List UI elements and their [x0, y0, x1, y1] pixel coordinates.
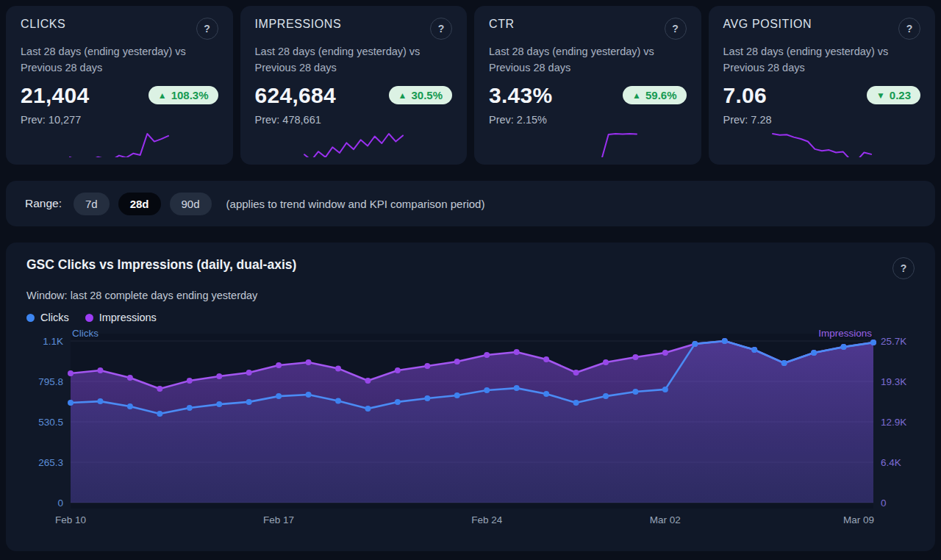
range-option-28d[interactable]: 28d [118, 193, 161, 215]
range-option-7d[interactable]: 7d [74, 193, 110, 215]
kpi-title: CTR [489, 18, 515, 31]
help-icon[interactable]: ? [898, 18, 920, 40]
delta-value: 0.23 [890, 89, 911, 101]
trend-up-icon: ▲ [158, 90, 167, 101]
delta-value: 108.3% [171, 89, 209, 101]
help-icon[interactable]: ? [430, 18, 452, 40]
svg-text:25.7K: 25.7K [881, 336, 906, 347]
kpi-card-ctr: CTR ? Last 28 days (ending yesterday) vs… [474, 6, 701, 165]
help-icon[interactable]: ? [665, 18, 687, 40]
kpi-subtitle: Last 28 days (ending yesterday) vs Previ… [489, 43, 673, 76]
svg-text:6.4K: 6.4K [881, 457, 901, 468]
kpi-title: AVG POSITION [723, 18, 812, 31]
kpi-value: 7.06 [723, 83, 768, 108]
sparkline-chart [68, 132, 171, 157]
kpi-previous-value: Prev: 478,661 [255, 114, 453, 126]
kpi-subtitle: Last 28 days (ending yesterday) vs Previ… [255, 43, 439, 76]
kpi-value: 3.43% [489, 83, 553, 108]
svg-text:Mar 09: Mar 09 [843, 514, 874, 525]
sparkline-chart [536, 132, 639, 157]
delta-badge: ▲ 59.6% [623, 86, 686, 104]
delta-value: 59.6% [645, 89, 677, 101]
range-selector-panel: Range: 7d 28d 90d (applies to trend wind… [6, 181, 935, 226]
kpi-previous-value: Prev: 7.28 [723, 114, 921, 126]
impressions-legend-dot-icon [85, 314, 93, 322]
kpi-previous-value: Prev: 2.15% [489, 114, 687, 126]
svg-text:19.3K: 19.3K [881, 376, 906, 387]
legend-item-clicks[interactable]: Clicks [26, 312, 69, 323]
help-icon[interactable]: ? [892, 257, 915, 279]
legend-item-impressions[interactable]: Impressions [85, 312, 157, 323]
svg-text:Feb 10: Feb 10 [55, 514, 86, 525]
delta-badge: ▲ 30.5% [389, 86, 452, 104]
delta-badge: ▼ 0.23 [867, 86, 920, 104]
svg-text:795.8: 795.8 [38, 376, 63, 387]
svg-text:1.1K: 1.1K [43, 336, 63, 347]
svg-text:Clicks: Clicks [72, 329, 99, 339]
kpi-value: 21,404 [21, 83, 90, 108]
sparkline-chart [302, 132, 405, 157]
trend-up-icon: ▲ [398, 90, 407, 101]
svg-text:Feb 24: Feb 24 [471, 514, 503, 525]
trend-up-icon: ▲ [632, 90, 641, 101]
delta-value: 30.5% [411, 89, 443, 101]
chart-title: GSC Clicks vs Impressions (daily, dual-a… [26, 257, 296, 273]
kpi-cards-row: CLICKS ? Last 28 days (ending yesterday)… [6, 6, 935, 165]
trend-down-icon: ▼ [876, 90, 885, 101]
kpi-card-impressions: IMPRESSIONS ? Last 28 days (ending yeste… [240, 6, 468, 165]
kpi-card-avg-position: AVG POSITION ? Last 28 days (ending yest… [709, 6, 936, 165]
sparkline-chart [770, 132, 873, 157]
clicks-legend-dot-icon [26, 314, 35, 322]
dual-axis-line-chart[interactable]: ClicksImpressions00265.36.4K530.512.9K79… [26, 329, 915, 534]
svg-text:265.3: 265.3 [38, 457, 63, 468]
svg-text:Impressions: Impressions [818, 329, 872, 339]
help-icon[interactable]: ? [196, 18, 218, 40]
range-note: (applies to trend window and KPI compari… [226, 198, 485, 210]
svg-text:Feb 17: Feb 17 [263, 514, 294, 525]
kpi-title: IMPRESSIONS [255, 18, 342, 31]
svg-text:Mar 02: Mar 02 [650, 514, 681, 525]
svg-text:12.9K: 12.9K [881, 417, 906, 428]
svg-text:530.5: 530.5 [38, 417, 63, 428]
legend-label: Clicks [40, 312, 69, 323]
range-label: Range: [25, 197, 62, 210]
range-option-90d[interactable]: 90d [170, 193, 212, 215]
kpi-subtitle: Last 28 days (ending yesterday) vs Previ… [723, 43, 907, 76]
kpi-title: CLICKS [21, 18, 65, 31]
svg-text:0: 0 [57, 498, 63, 509]
svg-text:0: 0 [881, 498, 887, 509]
dual-axis-chart-panel: GSC Clicks vs Impressions (daily, dual-a… [6, 243, 935, 551]
chart-subtitle: Window: last 28 complete days ending yes… [26, 290, 915, 301]
chart-legend: Clicks Impressions [26, 312, 915, 323]
delta-badge: ▲ 108.3% [149, 86, 218, 104]
kpi-subtitle: Last 28 days (ending yesterday) vs Previ… [21, 43, 204, 76]
kpi-value: 624,684 [255, 83, 337, 108]
kpi-previous-value: Prev: 10,277 [21, 114, 218, 126]
legend-label: Impressions [99, 312, 157, 323]
kpi-card-clicks: CLICKS ? Last 28 days (ending yesterday)… [6, 6, 233, 165]
